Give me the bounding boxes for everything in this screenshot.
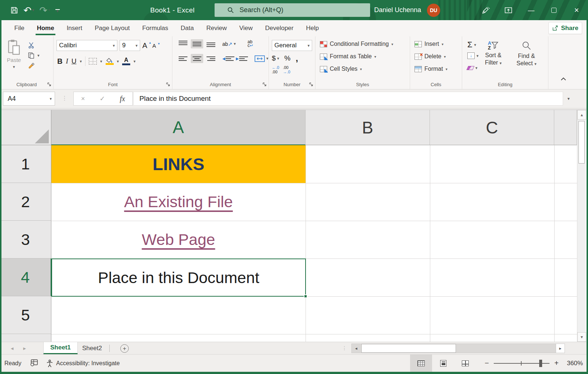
clear-button[interactable]: ▾ [467, 66, 478, 70]
name-box[interactable]: A4 ▾ [3, 92, 55, 106]
ribbon-tab-help[interactable]: Help [300, 20, 325, 36]
find-select-button[interactable]: Find & Select ▾ [516, 41, 536, 67]
row-header-4[interactable]: 4 [0, 258, 51, 296]
sheet-nav-next-icon[interactable]: ▸ [19, 342, 30, 355]
spreadsheet-grid[interactable]: A B C 1 2 3 4 5 LINKS An Existing File W… [0, 110, 588, 342]
number-dialog-launcher-icon[interactable] [309, 82, 313, 87]
fill-button[interactable]: ↓ ▾ [467, 52, 479, 59]
borders-button[interactable] [89, 58, 97, 65]
ribbon-tab-file[interactable]: File [8, 20, 30, 36]
ribbon-display-options-icon[interactable] [497, 0, 520, 20]
column-header-a[interactable]: A [51, 110, 306, 145]
cut-button[interactable] [28, 40, 50, 50]
underline-button[interactable]: U [72, 57, 77, 65]
font-dialog-launcher-icon[interactable] [166, 82, 170, 87]
undo-dropdown-icon[interactable]: ▾ [32, 8, 34, 12]
collapse-ribbon-icon[interactable] [560, 77, 566, 81]
accounting-format-button[interactable]: $ ▾ [272, 54, 279, 62]
decrease-indent-button[interactable]: ◂ [222, 55, 234, 62]
underline-dropdown-icon[interactable]: ▾ [80, 59, 82, 64]
insert-cells-button[interactable]: Insert ▾ [414, 41, 443, 47]
name-box-dropdown-icon[interactable]: ▾ [50, 96, 52, 101]
scrollbar-splitter-handle[interactable]: ⋮ [342, 345, 347, 351]
horizontal-scroll-thumb[interactable] [361, 344, 456, 353]
ribbon-tab-home[interactable]: Home [30, 20, 60, 36]
formula-bar-resize-handle[interactable]: ⋮ [62, 95, 67, 102]
merge-center-button[interactable] [255, 55, 265, 62]
format-painter-button[interactable] [28, 60, 50, 71]
bottom-align-button[interactable] [205, 39, 217, 48]
delete-cells-button[interactable]: Delete ▾ [414, 53, 446, 60]
cell-A3-hyperlink[interactable]: Web Page [51, 221, 306, 258]
scroll-up-icon[interactable]: ▴ [577, 110, 586, 120]
ribbon-tab-formulas[interactable]: Formulas [136, 20, 175, 36]
vertical-scrollbar[interactable]: ▴ ▾ [577, 110, 586, 342]
vertical-scroll-thumb[interactable] [578, 121, 585, 164]
decrease-decimal-button[interactable]: .00→.0 [283, 66, 290, 74]
zoom-slider-thumb[interactable] [539, 360, 542, 367]
fill-handle[interactable] [304, 294, 307, 298]
minimize-button[interactable]: — [520, 0, 543, 20]
search-box[interactable]: Search (Alt+Q) [215, 3, 370, 17]
zoom-slider[interactable] [494, 363, 549, 364]
page-break-view-button[interactable] [454, 355, 476, 372]
alignment-dialog-launcher-icon[interactable] [263, 82, 267, 87]
scroll-right-icon[interactable]: ▸ [556, 344, 565, 353]
font-color-button[interactable]: A [122, 57, 130, 65]
orientation-dropdown-icon[interactable]: ▾ [234, 41, 236, 46]
clipboard-dialog-launcher-icon[interactable] [47, 82, 51, 87]
column-header-partial[interactable] [554, 110, 577, 145]
sheet-tab-sheet2[interactable]: Sheet2 [76, 342, 109, 355]
zoom-in-icon[interactable]: + [554, 359, 559, 367]
account-area[interactable]: Daniel Uchenna DU [374, 0, 440, 20]
accessibility-status[interactable]: Accessibility: Investigate [46, 355, 120, 372]
scroll-down-icon[interactable]: ▾ [577, 332, 586, 342]
align-right-button[interactable] [205, 54, 217, 63]
center-button[interactable] [191, 54, 203, 63]
new-sheet-button[interactable]: + [120, 344, 129, 353]
comma-style-button[interactable]: , [296, 53, 298, 63]
normal-view-button[interactable] [410, 355, 432, 372]
customize-quick-access-button[interactable]: ▾ [55, 9, 60, 11]
ribbon-tab-review[interactable]: Review [200, 20, 233, 36]
sheet-nav-prev-icon[interactable]: ◂ [7, 342, 18, 355]
decrease-font-size-button[interactable]: A▾ [152, 43, 159, 49]
save-icon[interactable] [10, 6, 18, 14]
sort-filter-button[interactable]: AZ Sort & Filter ▾ [485, 41, 502, 66]
conditional-formatting-button[interactable]: Conditional Formatting ▾ [320, 41, 393, 47]
share-button[interactable]: Share [548, 22, 582, 34]
cell-styles-button[interactable]: Cell Styles ▾ [320, 66, 362, 72]
avatar[interactable]: DU [427, 4, 440, 17]
increase-indent-button[interactable]: ▸ [236, 55, 248, 62]
page-layout-view-button[interactable] [432, 355, 454, 372]
ribbon-tab-data[interactable]: Data [175, 20, 200, 36]
italic-button[interactable]: I [66, 57, 68, 65]
ribbon-tab-insert[interactable]: Insert [61, 20, 89, 36]
font-color-dropdown-icon[interactable]: ▾ [134, 59, 136, 64]
insert-function-icon[interactable]: fx [120, 95, 125, 103]
select-all-button[interactable] [0, 110, 51, 145]
macro-record-icon[interactable] [30, 359, 38, 366]
fill-color-dropdown-icon[interactable]: ▾ [117, 59, 119, 64]
wrap-text-button[interactable]: ab c↵ [248, 40, 253, 47]
ribbon-tab-developer[interactable]: Developer [259, 20, 300, 36]
scroll-left-icon[interactable]: ◂ [352, 344, 361, 353]
autosum-button[interactable]: Σ ▾ [467, 40, 476, 50]
format-as-table-button[interactable]: Format as Table ▾ [320, 53, 376, 60]
ribbon-tab-page-layout[interactable]: Page Layout [88, 20, 136, 36]
zoom-out-icon[interactable]: − [485, 359, 489, 367]
cell-A2-hyperlink[interactable]: An Existing File [51, 183, 306, 221]
copy-button[interactable]: ▾ [28, 50, 50, 60]
percent-style-button[interactable]: % [284, 54, 291, 62]
row-header-1[interactable]: 1 [0, 145, 51, 183]
font-size-combo[interactable]: 9▾ [120, 40, 140, 51]
row-header-3[interactable]: 3 [0, 221, 51, 258]
orientation-button[interactable]: ab↗ [222, 41, 232, 47]
row-header-5[interactable]: 5 [0, 296, 51, 334]
number-format-combo[interactable]: General▾ [272, 40, 312, 51]
maximize-button[interactable] [543, 0, 565, 20]
cell-A1[interactable]: LINKS [51, 145, 306, 183]
zoom-level-label[interactable]: 360% [561, 360, 583, 367]
middle-align-button[interactable] [191, 39, 203, 48]
cell-A4-selected[interactable]: Place in this Document [51, 258, 306, 297]
